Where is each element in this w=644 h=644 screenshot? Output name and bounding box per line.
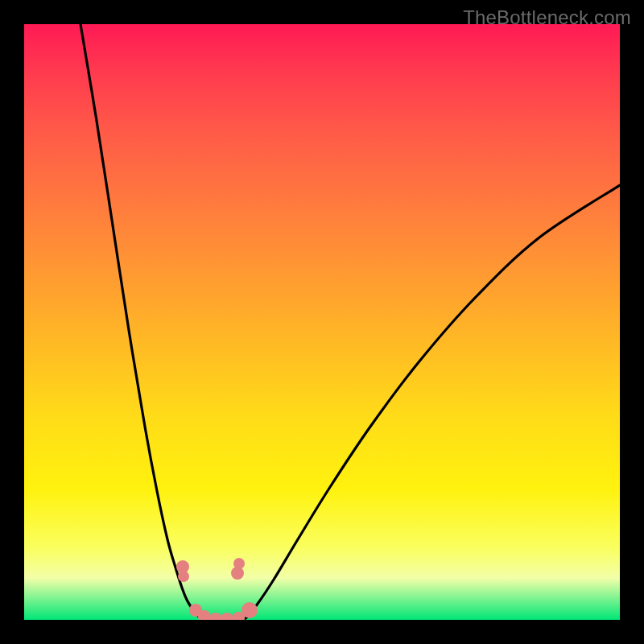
marker-dot [221,613,233,620]
watermark-text: TheBottleneck.com [463,6,631,29]
marker-dot [178,571,189,582]
curve-markers [176,558,258,620]
marker-dot [233,558,245,569]
bottleneck-curve [80,24,620,620]
chart-area [24,24,620,620]
marker-dot [242,602,258,618]
marker-dot [209,613,222,620]
curve-layer [24,24,620,620]
